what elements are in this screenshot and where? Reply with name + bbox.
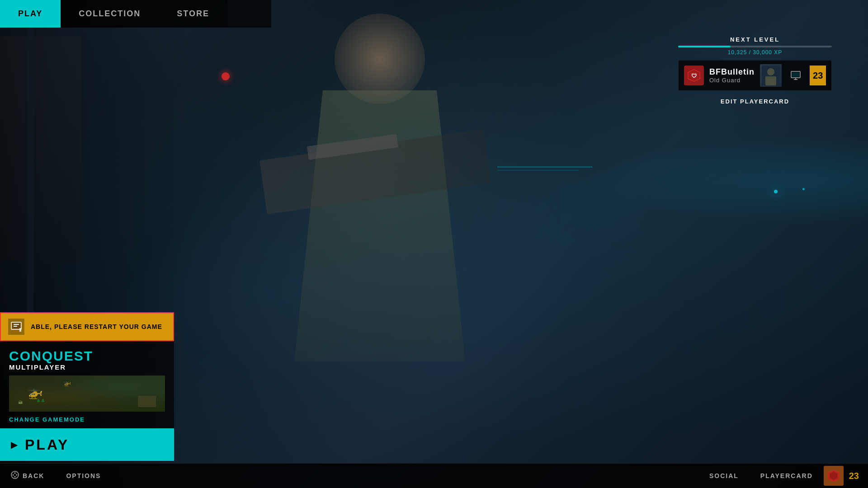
social-button[interactable]: SOCIAL <box>698 464 750 488</box>
bottom-navigation: BACK OPTIONS SOCIAL PLAYERCARD 23 <box>0 463 868 488</box>
notification-bar[interactable]: ABLE, PLEASE RESTART YOUR GAME <box>0 312 174 341</box>
player-panel: NEXT LEVEL 10,325 / 30,000 XP 🛡 BFBullet… <box>678 36 832 108</box>
notification-text: ABLE, PLEASE RESTART YOUR GAME <box>31 323 162 330</box>
player-rank-name: Old Guard <box>709 77 755 84</box>
svg-rect-5 <box>765 76 776 85</box>
change-gamemode-button[interactable]: CHANGE GAMEMODE <box>9 416 165 423</box>
play-button[interactable]: ▶ PLAY <box>0 428 174 461</box>
svg-point-16 <box>11 471 19 479</box>
character-area <box>181 0 588 488</box>
svg-point-19 <box>13 474 14 476</box>
svg-rect-9 <box>792 72 799 77</box>
tab-play[interactable]: PLAY <box>0 0 61 28</box>
notification-icon <box>8 319 24 335</box>
tab-store[interactable]: STORE <box>159 0 227 28</box>
options-button[interactable]: OPTIONS <box>55 464 112 488</box>
back-icon <box>11 471 19 481</box>
left-panel: ABLE, PLEASE RESTART YOUR GAME CONQUEST … <box>0 312 174 461</box>
gamemode-name: CONQUEST <box>9 348 165 363</box>
rank-number-badge: 23 <box>810 66 826 85</box>
xp-bar-fill <box>678 46 731 47</box>
player-name: BFBulletin <box>709 67 755 77</box>
edit-playercard-button[interactable]: EDIT PLAYERCARD <box>678 95 832 108</box>
gamemode-preview: 🏔 🌲🌲 🚁 <box>9 375 165 412</box>
back-label: BACK <box>23 472 44 479</box>
monitor-icon <box>787 71 804 80</box>
svg-rect-13 <box>14 326 17 327</box>
gamemode-section: CONQUEST MULTIPLAYER 🏔 🌲🌲 🚁 CHANGE GAMEM… <box>0 341 174 428</box>
svg-point-18 <box>14 476 16 478</box>
xp-values: 10,325 / 30,000 XP <box>678 49 832 56</box>
svg-point-20 <box>16 474 18 476</box>
player-name-section: BFBulletin Old Guard <box>709 67 755 84</box>
social-label: SOCIAL <box>709 472 739 479</box>
tab-collection[interactable]: COLLECTION <box>61 0 159 28</box>
xp-section: NEXT LEVEL 10,325 / 30,000 XP <box>678 36 832 56</box>
gamemode-type: MULTIPLAYER <box>9 363 165 371</box>
svg-point-17 <box>14 473 16 474</box>
playercard-label: PLAYERCARD <box>760 472 813 479</box>
top-navigation: PLAY COLLECTION STORE <box>0 0 271 28</box>
svg-text:🛡: 🛡 <box>691 73 697 79</box>
play-arrow-icon: ▶ <box>11 439 18 450</box>
play-label: PLAY <box>25 436 69 453</box>
player-card: 🛡 BFBulletin Old Guard 23 <box>678 60 832 91</box>
faction-badge: 🛡 <box>684 66 704 85</box>
bottom-rank-badge <box>824 466 844 486</box>
player-character-thumbnail <box>760 64 782 87</box>
playercard-button[interactable]: PLAYERCARD <box>750 464 824 488</box>
bottom-rank-number: 23 <box>849 471 859 481</box>
svg-rect-12 <box>14 324 19 325</box>
back-button[interactable]: BACK <box>0 464 55 488</box>
xp-bar-container <box>678 46 832 47</box>
next-level-label: NEXT LEVEL <box>678 36 832 43</box>
options-label: OPTIONS <box>66 472 101 479</box>
svg-point-4 <box>767 68 774 75</box>
